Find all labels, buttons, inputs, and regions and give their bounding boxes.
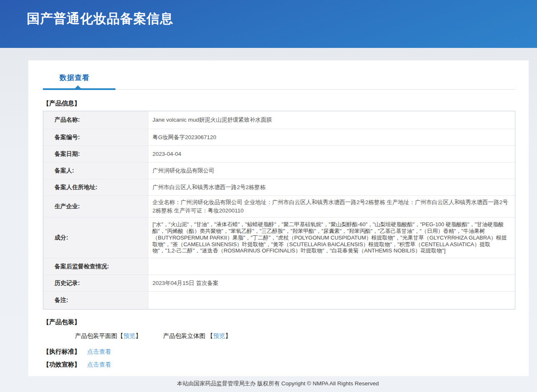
content-card: 数据查看 【产品信息】 产品名称: Jane volcanic mud妍泥火山泥… [28,60,529,376]
section-title-execution-standard: 【执行标准】 [43,348,80,355]
section-title-efficacy-claim: 【功效宣称】 [43,361,80,368]
row-value: 广州市白云区人和镇秀水塘西一路2号2栋整栋 [148,181,515,194]
row-label: 备案人住所地址: [43,179,148,195]
tab-active-underline [43,88,115,90]
bracket-open: 【 [117,332,124,339]
row-label: 备案后监督检查情况: [43,258,148,275]
page-header-banner: 国产普通化妆品备案信息 [0,0,537,48]
copyright-text: 本站由国家药品监督管理局主办 版权所有 Copyright © NMPA All… [177,380,379,387]
tab-data-view[interactable]: 数据查看 [43,73,90,82]
row-value: 2023年04月15日 首次备案 [148,277,515,290]
table-row-remarks: 备注: [43,292,515,309]
table-row-supervision-check: 备案后监督检查情况: [43,258,515,275]
row-label: 备案编号: [43,129,148,145]
preview-link-stereo[interactable]: 预览 [213,332,225,339]
packaging-stereo-label: 产品包装立体图 [163,332,206,339]
table-row-manufacturer: 生产企业: 企业名称：广州润研化妆品有限公司 企业地址：广州市白云区人和镇秀水塘… [43,196,515,217]
row-label: 产品名称: [43,111,148,129]
table-row-registration-date: 备案日期: 2023-04-04 [43,146,515,162]
row-label: 生产企业: [43,196,148,217]
table-row-registrant: 备案人: 广州润研化妆品有限公司 [43,162,515,179]
row-value: 粤G妆网备字2023067120 [148,131,515,144]
execution-standard-row: 【执行标准】 点击查看 [43,348,515,356]
packaging-flat-group: 产品包装平面图【预览】 [75,332,142,340]
tab-data-view-label: 数据查看 [60,74,90,82]
table-row-registrant-address: 备案人住所地址: 广州市白云区人和镇秀水塘西一路2号2栋整栋 [43,179,515,196]
table-row-product-name: 产品名称: Jane volcanic mud妍泥火山泥舒缓紧致补水面膜 [43,111,515,129]
row-label: 成分: [43,217,148,258]
row-value [148,264,515,269]
section-title-product-packaging: 【产品包装】 [43,318,515,326]
table-row-registration-number: 备案编号: 粤G妆网备字2023067120 [43,129,515,146]
tab-bar: 数据查看 [43,73,515,90]
efficacy-claim-row: 【功效宣称】 点击查看 [43,361,515,369]
row-value: 2023-04-04 [148,147,515,161]
efficacy-claim-view-link[interactable]: 点击查看 [87,361,111,368]
row-value [148,298,515,303]
row-label: 备注: [43,292,148,309]
table-row-ingredients: 成分: ["水"，"火山泥"，"甘油"，"液体石蜡"，"鲸蜡硬脂醇"，"聚二甲基… [43,217,515,258]
row-value: 企业名称：广州润研化妆品有限公司 企业地址：广州市白云区人和镇秀水塘西一路2号2… [148,196,515,217]
bracket-open: 【 [207,332,213,339]
row-value: 广州润研化妆品有限公司 [148,164,515,177]
bracket-close: 】 [135,332,142,339]
bracket-close: 】 [225,332,232,339]
packaging-previews-row: 产品包装平面图【预览】 产品包装立体图 【预览】 [75,332,515,340]
section-title-product-info: 【产品信息】 [43,100,515,107]
preview-link-flat[interactable]: 预览 [123,332,135,339]
packaging-stereo-group: 产品包装立体图 【预览】 [163,332,232,340]
execution-standard-view-link[interactable]: 点击查看 [87,348,111,355]
row-label: 历史记录: [43,275,148,291]
page-footer: 本站由国家药品监督管理局主办 版权所有 Copyright © NMPA All… [0,376,537,392]
row-label: 备案日期: [43,146,148,162]
row-value: ["水"，"火山泥"，"甘油"，"液体石蜡"，"鲸蜡硬脂醇"，"聚二甲基硅氧烷"… [148,220,515,256]
page-title: 国产普通化妆品备案信息 [27,10,173,27]
table-row-history: 历史记录: 2023年04月15日 首次备案 [43,275,515,292]
product-info-table: 产品名称: Jane volcanic mud妍泥火山泥舒缓紧致补水面膜 备案编… [43,111,515,310]
tab-active-arrow-icon [75,85,81,89]
row-label: 备案人: [43,162,148,179]
packaging-flat-label: 产品包装平面图 [75,332,117,339]
row-value: Jane volcanic mud妍泥火山泥舒缓紧致补水面膜 [148,113,515,127]
